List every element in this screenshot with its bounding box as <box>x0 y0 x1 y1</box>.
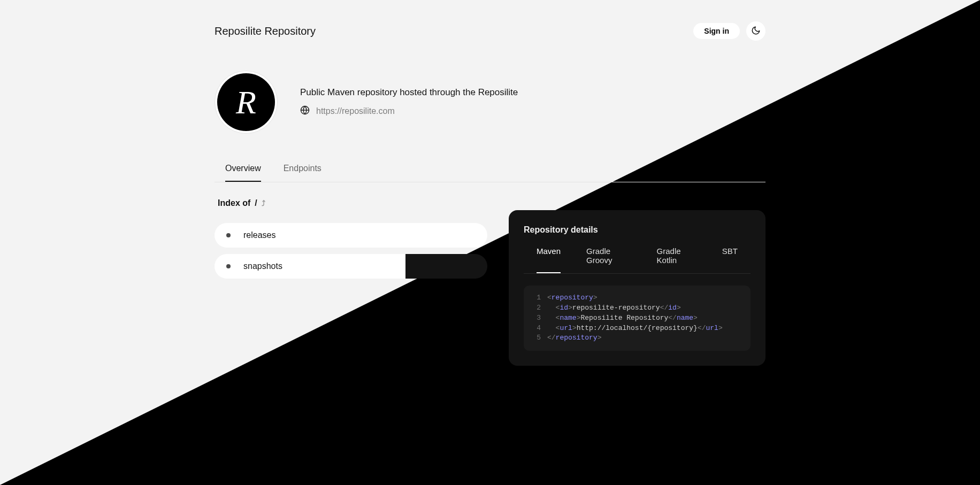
main-tabs: OverviewEndpoints <box>215 164 765 182</box>
build-tab-gradle-groovy[interactable]: Gradle Groovy <box>586 247 631 273</box>
index-title: Index of / ⤴ <box>218 198 487 208</box>
logo-letter: R <box>217 73 275 131</box>
panel-title: Repository details <box>524 225 751 235</box>
code-line: 3 <name>Reposilite Repository</name> <box>532 313 742 324</box>
folder-label: releases <box>243 230 275 240</box>
repository-details-panel: Repository details MavenGradle GroovyGra… <box>509 210 765 366</box>
top-actions: Sign in <box>693 21 765 41</box>
topbar: Reposilite Repository Sign in <box>215 0 765 41</box>
tab-overview[interactable]: Overview <box>225 164 261 182</box>
build-tool-tabs: MavenGradle GroovyGradle KotlinSBT <box>524 247 751 274</box>
bullet-icon <box>226 233 231 237</box>
website-link[interactable]: https://reposilite.com <box>300 105 518 117</box>
code-line: 4 <url>http://localhost/{repository}</ur… <box>532 324 742 334</box>
signin-button[interactable]: Sign in <box>693 23 740 39</box>
folder-snapshots[interactable]: snapshots <box>215 254 487 279</box>
globe-icon <box>300 105 310 117</box>
index-path: / <box>255 198 257 208</box>
moon-icon <box>751 26 761 37</box>
bullet-icon <box>226 264 231 268</box>
build-tab-gradle-kotlin[interactable]: Gradle Kotlin <box>657 247 696 273</box>
go-up-icon[interactable]: ⤴ <box>262 199 265 207</box>
theme-toggle-button[interactable] <box>746 21 765 41</box>
folder-label: snapshots <box>243 261 282 271</box>
logo: R <box>215 71 278 134</box>
details-column: Repository details MavenGradle GroovyGra… <box>509 198 765 366</box>
hero: R Public Maven repository hosted through… <box>215 71 765 134</box>
code-line: 1<repository> <box>532 293 742 303</box>
tab-endpoints[interactable]: Endpoints <box>284 164 321 182</box>
build-tab-maven[interactable]: Maven <box>537 247 561 273</box>
build-tab-sbt[interactable]: SBT <box>722 247 738 273</box>
index-title-prefix: Index of <box>218 198 250 208</box>
browser-column: Index of / ⤴ releasessnapshots <box>215 198 487 279</box>
code-snippet[interactable]: 1<repository>2 <id>reposilite-repository… <box>524 286 751 351</box>
folder-releases[interactable]: releases <box>215 223 487 248</box>
website-url: https://reposilite.com <box>316 106 395 116</box>
hero-description: Public Maven repository hosted through t… <box>300 87 518 98</box>
app-title: Reposilite Repository <box>215 25 316 37</box>
code-line: 2 <id>reposilite-repository</id> <box>532 303 742 313</box>
code-line: 5</repository> <box>532 333 742 343</box>
folder-list: releasessnapshots <box>215 223 487 279</box>
hero-text: Public Maven repository hosted through t… <box>300 87 518 117</box>
